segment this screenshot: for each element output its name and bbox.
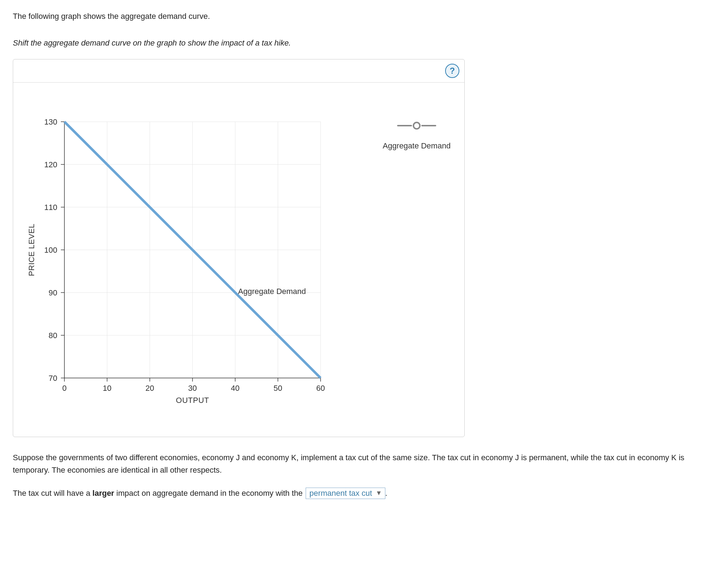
intro-text: The following graph shows the aggregate … bbox=[13, 10, 715, 22]
page: The following graph shows the aggregate … bbox=[0, 0, 728, 520]
svg-text:100: 100 bbox=[44, 246, 57, 254]
followup-suffix: . bbox=[385, 489, 387, 498]
legend-label: Aggregate Demand bbox=[383, 140, 451, 152]
graph-body: 0102030405060708090100110120130OUTPUTPRI… bbox=[13, 83, 464, 422]
svg-text:70: 70 bbox=[49, 374, 57, 383]
svg-text:40: 40 bbox=[231, 384, 239, 393]
help-icon: ? bbox=[450, 64, 455, 78]
svg-text:60: 60 bbox=[316, 384, 325, 393]
svg-text:130: 130 bbox=[44, 118, 57, 126]
followup-block: Suppose the governments of two different… bbox=[13, 451, 715, 500]
chart-area[interactable]: 0102030405060708090100110120130OUTPUTPRI… bbox=[22, 118, 331, 414]
svg-text:110: 110 bbox=[44, 203, 57, 212]
svg-text:50: 50 bbox=[274, 384, 282, 393]
followup-paragraph-1: Suppose the governments of two different… bbox=[13, 451, 715, 476]
legend-line-right bbox=[421, 125, 436, 126]
followup-mid: impact on aggregate demand in the econom… bbox=[114, 489, 303, 498]
legend-item-aggregate-demand[interactable]: Aggregate Demand bbox=[370, 122, 463, 152]
legend-point-icon bbox=[413, 122, 421, 130]
legend-symbol bbox=[397, 122, 436, 130]
svg-text:30: 30 bbox=[188, 384, 197, 393]
answer-dropdown-value: permanent tax cut bbox=[310, 489, 372, 498]
chart-svg[interactable]: 0102030405060708090100110120130OUTPUTPRI… bbox=[22, 118, 331, 410]
help-button[interactable]: ? bbox=[445, 64, 459, 78]
svg-text:0: 0 bbox=[62, 384, 67, 393]
followup-prefix: The tax cut will have a bbox=[13, 489, 93, 498]
legend-area: Aggregate Demand bbox=[331, 118, 463, 152]
followup-paragraph-2: The tax cut will have a larger impact on… bbox=[13, 487, 715, 499]
svg-text:20: 20 bbox=[146, 384, 154, 393]
answer-dropdown[interactable]: permanent tax cut ▼ bbox=[306, 488, 385, 499]
graph-card: ? 0102030405060708090100110120130OUTPUTP… bbox=[13, 59, 465, 437]
svg-text:120: 120 bbox=[44, 160, 57, 169]
svg-text:PRICE LEVEL: PRICE LEVEL bbox=[27, 224, 36, 276]
instruction-text: Shift the aggregate demand curve on the … bbox=[13, 37, 715, 49]
chevron-down-icon: ▼ bbox=[376, 489, 382, 497]
svg-text:80: 80 bbox=[49, 331, 57, 340]
svg-text:Aggregate Demand: Aggregate Demand bbox=[238, 287, 306, 296]
legend-line-left bbox=[397, 125, 412, 126]
svg-text:90: 90 bbox=[49, 288, 57, 297]
svg-text:10: 10 bbox=[103, 384, 111, 393]
svg-text:OUTPUT: OUTPUT bbox=[176, 396, 209, 405]
followup-bold: larger bbox=[93, 489, 114, 498]
graph-toolbar: ? bbox=[13, 59, 464, 83]
